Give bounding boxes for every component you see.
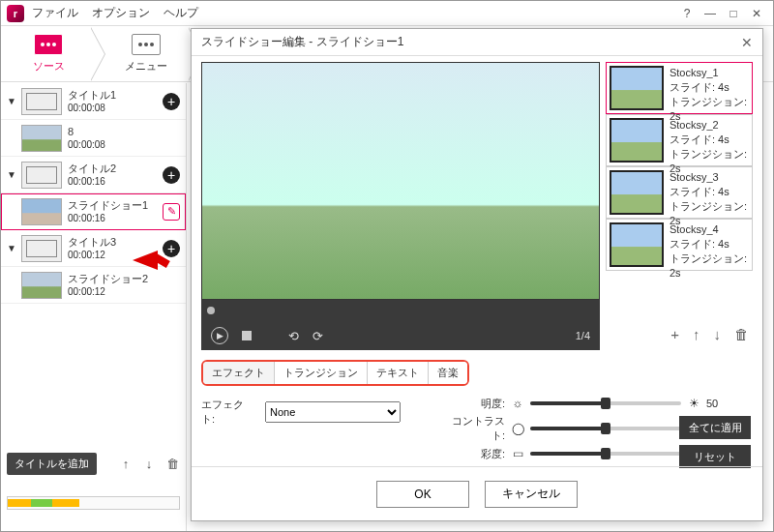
saturation-label: 彩度: xyxy=(443,447,505,461)
item-time: 00:00:16 xyxy=(68,212,163,225)
dialog-close-icon[interactable]: ✕ xyxy=(741,35,753,50)
menu-option[interactable]: オプション xyxy=(92,5,150,21)
tab-effect[interactable]: エフェクト xyxy=(203,362,275,384)
item-name: タイトル2 xyxy=(68,162,163,175)
add-icon[interactable]: + xyxy=(163,240,180,257)
slide-down-icon[interactable]: ↓ xyxy=(714,326,722,342)
slide-duration: スライド: 4s xyxy=(670,133,749,147)
tab-music[interactable]: 音楽 xyxy=(429,362,467,384)
tab-menu-label: メニュー xyxy=(125,59,167,74)
effect-label: エフェクト: xyxy=(201,398,255,427)
brightness-slider[interactable] xyxy=(530,401,681,405)
item-time: 00:00:12 xyxy=(68,285,180,299)
slide-counter: 1/4 xyxy=(576,330,590,341)
effect-select[interactable]: None xyxy=(265,401,401,423)
item-name: スライドショー2 xyxy=(68,272,180,285)
brightness-high-icon: ☀ xyxy=(687,397,700,410)
tab-source[interactable]: ソース xyxy=(7,27,90,81)
brightness-label: 明度: xyxy=(443,397,505,411)
trash-icon[interactable]: 🗑 xyxy=(164,457,180,472)
list-item[interactable]: スライドショー100:00:16✎ xyxy=(1,193,186,230)
sidebar: ▼タイトル100:00:08+800:00:08▼タイトル200:00:16+ス… xyxy=(1,83,187,531)
tab-transition[interactable]: トランジション xyxy=(275,362,368,384)
brightness-value: 50 xyxy=(706,398,733,409)
menu-help[interactable]: ヘルプ xyxy=(164,5,198,21)
tab-menu[interactable]: メニュー xyxy=(104,27,188,81)
item-name: タイトル3 xyxy=(68,235,163,249)
add-icon[interactable]: + xyxy=(163,93,180,110)
contrast-low-icon: ◯ xyxy=(511,422,524,435)
slide-duration: スライド: 4s xyxy=(670,237,749,251)
slide-thumb xyxy=(610,66,664,110)
toggle-icon[interactable]: ▼ xyxy=(7,243,18,253)
effect-tabs: エフェクト トランジション テキスト 音楽 xyxy=(201,360,469,386)
toggle-icon[interactable]: ▼ xyxy=(7,169,18,180)
apply-all-button[interactable]: 全てに適用 xyxy=(679,416,751,439)
item-time: 00:00:16 xyxy=(68,175,163,189)
slideshow-edit-dialog: スライドショー編集 - スライドショー1 ✕ ▶ ⟲ ⟳ 1/4 Sto xyxy=(191,28,763,521)
toggle-icon[interactable]: ▼ xyxy=(7,96,18,106)
slide-name: Stocksy_3 xyxy=(670,170,749,185)
slide-name: Stocksy_2 xyxy=(670,118,749,133)
edit-icon[interactable]: ✎ xyxy=(163,203,180,221)
callout-arrow xyxy=(133,251,158,270)
slide-item[interactable]: Stocksy_1スライド: 4sトランジション: 2s xyxy=(606,62,753,114)
thumbnail xyxy=(21,235,62,262)
preview-pane: ▶ ⟲ ⟳ 1/4 xyxy=(201,62,600,350)
down-icon[interactable]: ↓ xyxy=(141,457,157,472)
menu-icon xyxy=(132,34,161,55)
item-name: スライドショー1 xyxy=(68,198,163,212)
close-icon[interactable]: ✕ xyxy=(746,5,767,22)
maximize-icon[interactable]: □ xyxy=(723,5,744,22)
saturation-slider[interactable] xyxy=(530,452,681,456)
contrast-label: コントラスト: xyxy=(443,414,505,443)
minimize-icon[interactable]: — xyxy=(700,5,721,22)
slide-duration: スライド: 4s xyxy=(670,185,749,199)
list-item[interactable]: 800:00:08 xyxy=(1,120,186,157)
slide-name: Stocksy_4 xyxy=(670,222,749,237)
slide-item[interactable]: Stocksy_2スライド: 4sトランジション: 2s xyxy=(606,114,753,166)
slide-up-icon[interactable]: ↑ xyxy=(693,326,700,342)
thumbnail xyxy=(21,162,62,189)
preview-image xyxy=(201,62,600,300)
list-item[interactable]: スライドショー200:00:12 xyxy=(1,267,186,304)
contrast-slider[interactable] xyxy=(530,427,681,430)
seek-bar[interactable] xyxy=(201,300,600,321)
up-icon[interactable]: ↑ xyxy=(118,457,134,472)
thumbnail xyxy=(21,88,62,115)
reset-button[interactable]: リセット xyxy=(679,445,751,468)
add-title-button[interactable]: タイトルを追加 xyxy=(7,453,97,475)
ok-button[interactable]: OK xyxy=(376,481,469,508)
thumbnail xyxy=(21,198,62,225)
list-item[interactable]: ▼タイトル200:00:16+ xyxy=(1,157,186,193)
item-time: 00:00:08 xyxy=(68,102,163,115)
item-time: 00:00:08 xyxy=(68,138,180,152)
help-icon[interactable]: ? xyxy=(676,5,698,22)
timeline[interactable] xyxy=(7,496,180,510)
tab-text[interactable]: テキスト xyxy=(368,362,429,384)
stop-icon[interactable] xyxy=(242,331,252,340)
add-icon[interactable]: + xyxy=(163,166,180,184)
menu-file[interactable]: ファイル xyxy=(32,5,78,21)
slide-trash-icon[interactable]: 🗑 xyxy=(734,326,749,342)
slide-list: Stocksy_1スライド: 4sトランジション: 2sStocksy_2スライ… xyxy=(606,62,753,350)
thumbnail xyxy=(21,272,62,299)
item-name: 8 xyxy=(68,125,180,138)
menubar: r ファイル オプション ヘルプ ? — □ ✕ xyxy=(1,1,773,26)
slide-thumb xyxy=(610,170,664,215)
slide-name: Stocksy_1 xyxy=(670,66,749,80)
tab-source-label: ソース xyxy=(33,59,65,74)
item-name: タイトル1 xyxy=(68,88,163,102)
add-slide-icon[interactable]: + xyxy=(670,326,679,342)
list-item[interactable]: ▼タイトル100:00:08+ xyxy=(1,83,186,120)
chevron-right-icon xyxy=(90,27,104,81)
rotate-left-icon[interactable]: ⟲ xyxy=(288,329,299,343)
brightness-low-icon: ☼ xyxy=(511,397,524,410)
slide-thumb xyxy=(610,118,664,163)
slide-item[interactable]: Stocksy_4スライド: 4sトランジション: 2s xyxy=(606,219,753,271)
slide-item[interactable]: Stocksy_3スライド: 4sトランジション: 2s xyxy=(606,166,753,219)
cancel-button[interactable]: キャンセル xyxy=(485,481,578,508)
rotate-right-icon[interactable]: ⟳ xyxy=(313,329,323,343)
play-icon[interactable]: ▶ xyxy=(211,327,228,344)
slide-duration: スライド: 4s xyxy=(670,80,749,95)
